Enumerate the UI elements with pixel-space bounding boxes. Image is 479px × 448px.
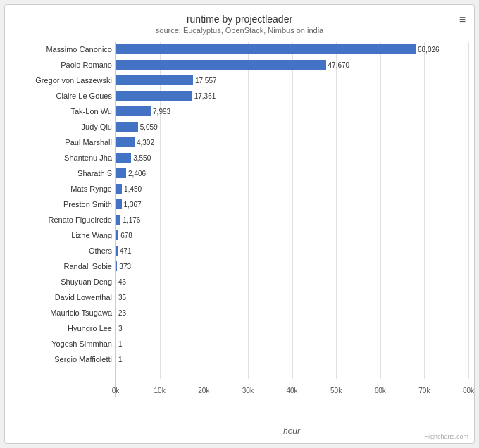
bar-row: 23 — [116, 305, 468, 321]
bar-row: 1,367 — [116, 197, 468, 212]
bar-row: 17,361 — [116, 88, 468, 104]
bar — [116, 199, 122, 209]
bar-row: 35 — [116, 290, 468, 305]
bar — [116, 308, 116, 318]
grid-line — [468, 42, 469, 379]
bar-value-label: 2,406 — [128, 170, 146, 178]
bar-value-label: 5,059 — [140, 123, 158, 131]
y-label: Judy Qiu — [82, 119, 112, 135]
bar-value-label: 1,176 — [123, 216, 140, 224]
bar — [116, 153, 131, 163]
bar — [116, 137, 135, 147]
x-tick: 80k — [463, 387, 474, 394]
bar-value-label: 4,302 — [137, 139, 154, 147]
bar-row: 47,670 — [116, 57, 468, 73]
x-tick: 50k — [330, 387, 342, 394]
bar-row: 7,993 — [116, 104, 468, 119]
bar — [116, 168, 126, 178]
bar — [116, 339, 116, 349]
bar — [116, 246, 118, 256]
bar-row: 471 — [116, 243, 468, 259]
x-tick: 40k — [286, 387, 297, 394]
bar — [116, 323, 116, 333]
bar — [116, 261, 117, 271]
bar — [116, 354, 116, 364]
y-label: Preston Smith — [63, 197, 112, 212]
bar-row: 5,059 — [116, 119, 468, 135]
bar — [116, 215, 120, 225]
y-label: Gregor von Laszewski — [35, 73, 112, 88]
bar — [116, 122, 138, 132]
bar-value-label: 678 — [120, 232, 132, 239]
x-axis-title: hour — [109, 426, 474, 436]
y-label: David Lowenthal — [55, 290, 112, 305]
y-label: Mauricio Tsugawa — [50, 305, 112, 321]
chart-container: runtime by projectleader source: Eucalyp… — [4, 4, 475, 444]
bar-value-label: 68,026 — [418, 46, 440, 54]
x-tick: 0k — [112, 387, 120, 394]
bar-value-label: 47,670 — [328, 61, 350, 69]
bar-row: 1 — [116, 336, 468, 351]
x-tick: 20k — [198, 387, 209, 394]
y-label: Paolo Romano — [61, 57, 112, 73]
bar-row: 3 — [116, 321, 468, 336]
bar-value-label: 35 — [118, 294, 126, 301]
bar-value-label: 1,450 — [124, 185, 142, 193]
bar-row: 1 — [116, 351, 468, 367]
bar-row: 68,026 — [116, 42, 468, 57]
y-label: Paul Marshall — [65, 135, 112, 150]
bar — [116, 44, 416, 54]
y-label: Lizhe Wang — [71, 228, 112, 243]
bar — [116, 184, 122, 194]
y-label: Others — [89, 243, 112, 259]
bar-row: 4,302 — [116, 135, 468, 150]
x-tick: 30k — [242, 387, 254, 394]
y-label: Massimo Canonico — [46, 42, 112, 57]
bar-value-label: 3,550 — [133, 154, 151, 162]
x-tick: 70k — [418, 387, 430, 394]
bar-row: 3,550 — [116, 150, 468, 166]
bar-value-label: 1 — [118, 340, 123, 348]
y-label: Shantenu Jha — [64, 150, 112, 166]
y-label: Hyungro Lee — [68, 321, 112, 336]
bar — [116, 277, 116, 287]
y-label: Claire Le Goues — [56, 88, 113, 104]
bar-value-label: 471 — [120, 247, 132, 255]
x-tick: 10k — [154, 387, 166, 394]
bar — [116, 60, 326, 70]
y-label: Sergio Maffioletti — [54, 351, 112, 367]
y-label: Tak-Lon Wu — [71, 104, 113, 119]
y-axis: Massimo CanonicoPaolo RomanoGregor von L… — [11, 42, 115, 397]
y-label: Sharath S — [77, 166, 112, 181]
y-label: Mats Rynge — [70, 181, 112, 197]
bar — [116, 75, 193, 85]
bar-row: 1,176 — [116, 212, 468, 228]
bar-value-label: 46 — [118, 278, 126, 286]
bar-row: 1,450 — [116, 181, 468, 197]
bar-value-label: 17,361 — [194, 92, 216, 100]
bar — [116, 106, 151, 116]
bar — [116, 292, 116, 302]
highcharts-credit: Highcharts.com — [424, 433, 468, 440]
bar — [116, 91, 192, 101]
bar-value-label: 373 — [119, 263, 131, 270]
bar-value-label: 1,367 — [124, 201, 142, 209]
bar-value-label: 23 — [118, 309, 126, 317]
bar — [116, 230, 118, 240]
bar-row: 46 — [116, 274, 468, 290]
chart-area: Massimo CanonicoPaolo RomanoGregor von L… — [11, 42, 468, 397]
bar-row: 17,557 — [116, 73, 468, 88]
y-label: Yogesh Simmhan — [51, 336, 112, 351]
bar-value-label: 3 — [118, 325, 123, 332]
y-label: Shuyuan Deng — [61, 274, 112, 290]
bar-value-label: 1 — [118, 356, 123, 363]
chart-subtitle: source: Eucalyptus, OpenStack, Nimbus on… — [11, 26, 468, 35]
bar-row: 2,406 — [116, 166, 468, 181]
x-tick: 60k — [375, 387, 386, 394]
bar-value-label: 7,993 — [153, 108, 170, 116]
chart-title: runtime by projectleader — [11, 13, 468, 25]
y-label: Renato Figueiredo — [48, 212, 112, 228]
bar-row: 373 — [116, 259, 468, 274]
bars-area: 68,02647,67017,55717,3617,9935,0594,3023… — [115, 42, 468, 397]
menu-icon[interactable]: ≡ — [459, 13, 466, 26]
